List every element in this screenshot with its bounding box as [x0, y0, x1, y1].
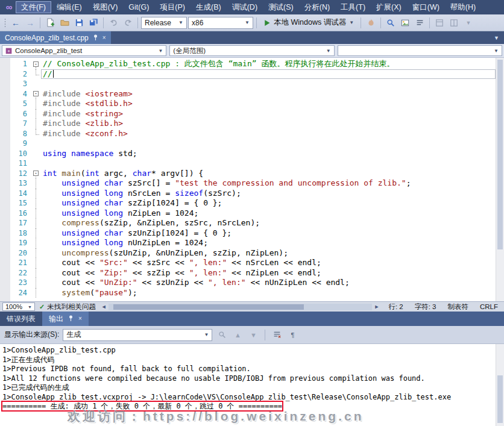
code-line-22[interactable]: 22 cout << "Zip:" << szZip << ", len:" <… [10, 268, 496, 278]
line-ending-indicator[interactable]: CRLF [476, 303, 502, 310]
code-text[interactable]: unsigned char szZip[1024] = { 0 }; [41, 198, 496, 208]
code-text[interactable]: #include <string> [41, 109, 496, 119]
menu-item-analyze[interactable]: 分析(N) [299, 1, 335, 13]
code-text[interactable]: unsigned long nZipLen = 1024; [41, 208, 496, 219]
code-text[interactable]: // ConsoleApp_zlib_test.cpp : 此文件包含 “mai… [41, 59, 496, 69]
tabs-mode-indicator[interactable]: 制表符 [444, 302, 472, 312]
code-line-23[interactable]: 23 cout << "UnZip:" << szUnZip << ", len… [10, 278, 496, 288]
code-text[interactable]: compress(szZip, &nZipLen, szSrc, nSrcLen… [41, 218, 496, 228]
word-wrap-icon[interactable]: ¶ [286, 329, 298, 341]
undo-icon[interactable] [107, 16, 120, 30]
code-line-15[interactable]: 15 unsigned char szZip[1024] = { 0 }; [10, 198, 496, 208]
navigate-back-icon[interactable]: ← [9, 16, 22, 30]
pin-icon[interactable] [68, 315, 74, 322]
toolbar-overflow-chevron-icon[interactable]: ▼ [462, 16, 475, 30]
hot-reload-icon[interactable] [364, 16, 377, 30]
code-line-24[interactable]: 24 system("pause"); [10, 288, 496, 298]
toolbar-options-icon[interactable] [413, 16, 426, 30]
code-text[interactable]: // [41, 69, 496, 80]
menu-item-extensions[interactable]: 扩展(X) [371, 1, 407, 13]
menu-item-tools[interactable]: 工具(T) [335, 1, 371, 13]
code-line-18[interactable]: 18 unsigned char szUnZip[1024] = { 0 }; [10, 228, 496, 239]
pin-icon[interactable] [93, 34, 98, 42]
code-text[interactable]: using namespace std; [41, 149, 496, 159]
close-icon[interactable]: × [102, 35, 106, 41]
scope-dropdown[interactable]: (全局范围) ▼ [169, 45, 334, 56]
menu-item-file[interactable]: 文件(F) [16, 1, 51, 13]
code-line-12[interactable]: 12-int main(int argc, char* argv[]) { [10, 169, 496, 179]
toolbar-grip[interactable] [4, 18, 7, 28]
scrollbar-track[interactable] [109, 304, 373, 310]
solution-platform-dropdown[interactable]: x86 ▼ [188, 17, 253, 29]
code-line-3[interactable]: 3 [10, 79, 496, 89]
scrollbar-thumb[interactable] [497, 375, 503, 423]
code-text[interactable]: uncompress(szUnZip, &nUnZipLen, szZip, n… [41, 248, 496, 258]
menu-item-edit[interactable]: 编辑(E) [51, 1, 87, 13]
code-line-4[interactable]: 4-#include <iostream> [10, 89, 496, 99]
code-line-17[interactable]: 17 compress(szZip, &nZipLen, szSrc, nSrc… [10, 218, 496, 228]
scrollbar-thumb[interactable] [497, 60, 503, 249]
code-line-16[interactable]: 16 unsigned long nZipLen = 1024; [10, 208, 496, 219]
code-editor[interactable]: 1-// ConsoleApp_zlib_test.cpp : 此文件包含 “m… [0, 58, 504, 301]
code-line-14[interactable]: 14 unsigned long nSrcLen = sizeof(szSrc)… [10, 189, 496, 199]
open-file-icon[interactable] [58, 16, 71, 30]
code-text[interactable]: unsigned long nSrcLen = sizeof(szSrc); [41, 189, 496, 199]
code-line-9[interactable]: 9 [10, 139, 496, 149]
navigate-forward-icon[interactable]: → [24, 16, 37, 30]
code-line-6[interactable]: 6#include <string> [10, 109, 496, 119]
editor-vertical-scrollbar[interactable] [496, 58, 504, 301]
collapse-minus-icon[interactable]: - [33, 91, 39, 96]
fold-collapse-box-icon[interactable]: - [32, 169, 41, 179]
find-in-files-icon[interactable] [384, 16, 397, 30]
code-text[interactable] [41, 139, 496, 149]
document-tab-active[interactable]: ConsoleApp_zlib_test.cpp × [0, 31, 111, 44]
code-line-21[interactable]: 21 cout << "Src:" << szSrc << ", len:" <… [10, 258, 496, 268]
code-text[interactable]: cout << "Src:" << szSrc << ", len:" << n… [41, 258, 496, 268]
output-vertical-scrollbar[interactable] [496, 344, 504, 426]
code-line-13[interactable]: 13 unsigned char szSrc[] = "test the com… [10, 178, 496, 189]
menu-item-window[interactable]: 窗口(W) [407, 1, 445, 13]
code-text[interactable]: unsigned char szUnZip[1024] = { 0 }; [41, 228, 496, 239]
document-list-chevron-icon[interactable]: ▼ [494, 35, 499, 41]
code-line-8[interactable]: 8#include <zconf.h> [10, 129, 496, 139]
clear-all-icon[interactable] [271, 329, 283, 341]
save-icon[interactable] [72, 16, 86, 30]
menu-item-git[interactable]: Git(G) [123, 1, 154, 13]
code-line-2[interactable]: 2// [10, 69, 496, 80]
document-health-indicator[interactable]: ✓ 未找到相关问题 [39, 302, 96, 312]
menu-item-view[interactable]: 视图(V) [87, 1, 124, 13]
next-message-icon[interactable]: ▼ [247, 329, 259, 341]
collapse-minus-icon[interactable]: - [33, 171, 39, 176]
code-text[interactable]: #include <zlib.h> [41, 119, 496, 129]
tab-error-list[interactable]: 错误列表 [0, 312, 42, 326]
code-text[interactable]: system("pause"); [41, 288, 496, 298]
split-window-icon[interactable] [447, 16, 461, 30]
close-icon[interactable]: × [78, 316, 82, 322]
menu-item-test[interactable]: 测试(S) [263, 1, 299, 13]
code-text[interactable] [41, 158, 496, 169]
menu-item-project[interactable]: 项目(P) [154, 1, 191, 13]
start-debugging-button[interactable]: 本地 Windows 调试器 ▼ [260, 16, 358, 30]
redo-icon[interactable] [121, 16, 134, 30]
output-source-dropdown[interactable]: 生成 ▼ [63, 329, 212, 341]
window-layout-icon[interactable] [433, 16, 446, 30]
code-line-11[interactable]: 11 [10, 158, 496, 169]
code-line-20[interactable]: 20 uncompress(szUnZip, &nUnZipLen, szZip… [10, 248, 496, 258]
breakpoint-margin[interactable] [0, 58, 10, 301]
find-message-icon[interactable] [216, 329, 228, 341]
editor-horizontal-scrollbar[interactable]: ◄ ► [100, 303, 381, 311]
project-dropdown[interactable]: + ConsoleApp_zlib_test ▼ [2, 45, 166, 56]
code-line-19[interactable]: 19 unsigned long nUnZipLen = 1024; [10, 238, 496, 248]
code-text[interactable]: cout << "Zip:" << szZip << ", len:" << n… [41, 268, 496, 278]
code-text[interactable]: #include <iostream> [41, 89, 496, 99]
screenshot-frame-icon[interactable] [398, 16, 412, 30]
member-dropdown[interactable]: ▼ [338, 45, 502, 56]
fold-collapse-box-icon[interactable]: - [32, 59, 41, 69]
fold-collapse-box-icon[interactable]: - [32, 89, 41, 99]
code-line-10[interactable]: 10using namespace std; [10, 149, 496, 159]
scroll-right-arrow-icon[interactable]: ► [373, 304, 380, 310]
code-text[interactable]: #include <zconf.h> [41, 129, 496, 139]
solution-configuration-dropdown[interactable]: Release ▼ [141, 17, 187, 29]
menu-item-debug[interactable]: 调试(D) [227, 1, 263, 13]
menu-item-build[interactable]: 生成(B) [191, 1, 227, 13]
